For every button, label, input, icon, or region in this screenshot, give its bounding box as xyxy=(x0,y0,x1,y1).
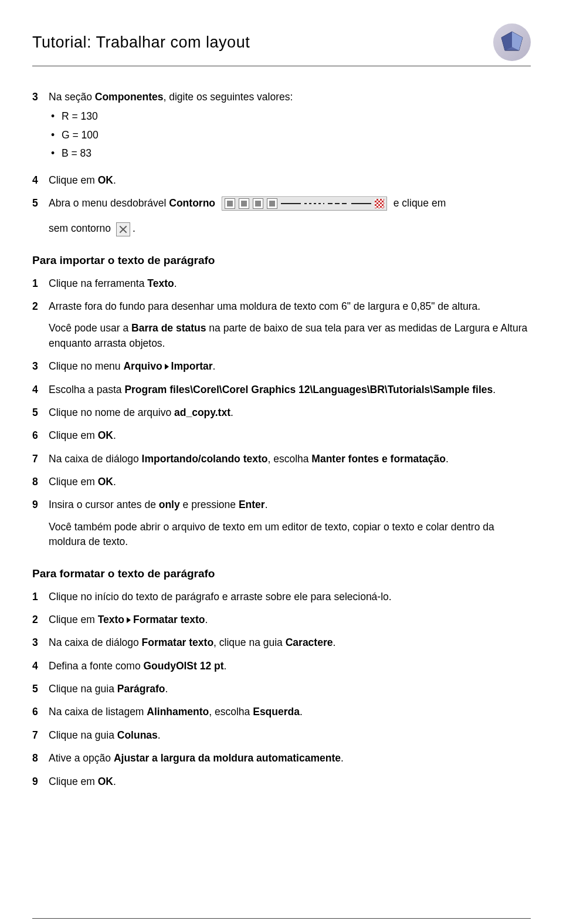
heading-format-paragraph-text: Para formatar o texto de parágrafo xyxy=(32,567,531,580)
step-3-componentes: 3 Na seção Componentes, digite os seguin… xyxy=(32,90,531,165)
page: Tutorial: Trabalhar com layout 3 Na seçã… xyxy=(0,0,563,924)
rgb-values-list: R = 130 G = 100 B = 83 xyxy=(49,109,531,161)
import-step-6: 6 Clique em OK. xyxy=(32,428,531,443)
page-footer: Página 11 de 13 Tutorial do CorelDRAW xyxy=(32,918,531,924)
format-step-8: 8 Ative a opção Ajustar a largura da mol… xyxy=(32,751,531,766)
list-item: G = 100 xyxy=(49,128,531,143)
format-step-7: 7 Clique na guia Colunas. xyxy=(32,728,531,743)
page-header: Tutorial: Trabalhar com layout xyxy=(32,23,531,66)
format-step-2: 2 Clique em TextoFormatar texto. xyxy=(32,612,531,627)
heading-import-paragraph-text: Para importar o texto de parágrafo xyxy=(32,254,531,267)
tutorial-icon xyxy=(493,23,531,61)
format-step-4: 4 Defina a fonte como GoudyOlSt 12 pt. xyxy=(32,659,531,673)
import-step-9: 9 Insira o cursor antes de only e pressi… xyxy=(32,497,531,549)
list-item: R = 130 xyxy=(49,109,531,124)
format-step-1: 1 Clique no início do texto de parágrafo… xyxy=(32,590,531,604)
import-step-1: 1 Clique na ferramenta Texto. xyxy=(32,276,531,291)
import-step-5: 5 Clique no nome de arquivo ad_copy.txt. xyxy=(32,405,531,420)
import-step-3: 3 Clique no menu ArquivoImportar. xyxy=(32,359,531,374)
format-step-9: 9 Clique em OK. xyxy=(32,774,531,789)
format-step-3: 3 Na caixa de diálogo Formatar texto, cl… xyxy=(32,635,531,650)
import-step-4: 4 Escolha a pasta Program files\Corel\Co… xyxy=(32,383,531,397)
list-item: B = 83 xyxy=(49,146,531,161)
format-step-5: 5 Clique na guia Parágrafo. xyxy=(32,682,531,696)
step-5-contorno: 5 Abra o menu desdobrável Contorno e cli… xyxy=(32,196,531,236)
import-step-8: 8 Clique em OK. xyxy=(32,475,531,489)
import-step-2: 2 Arraste fora do fundo para desenhar um… xyxy=(32,299,531,351)
format-step-6: 6 Na caixa de listagem Alinhamento, esco… xyxy=(32,705,531,719)
page-title: Tutorial: Trabalhar com layout xyxy=(32,33,250,52)
no-outline-icon xyxy=(116,222,130,236)
menu-arrow-icon xyxy=(165,364,169,370)
outline-toolbar-image xyxy=(222,197,387,211)
step-4-ok: 4 Clique em OK. xyxy=(32,173,531,188)
import-step-7: 7 Na caixa de diálogo Importando/colando… xyxy=(32,452,531,466)
menu-arrow-icon xyxy=(127,617,131,623)
